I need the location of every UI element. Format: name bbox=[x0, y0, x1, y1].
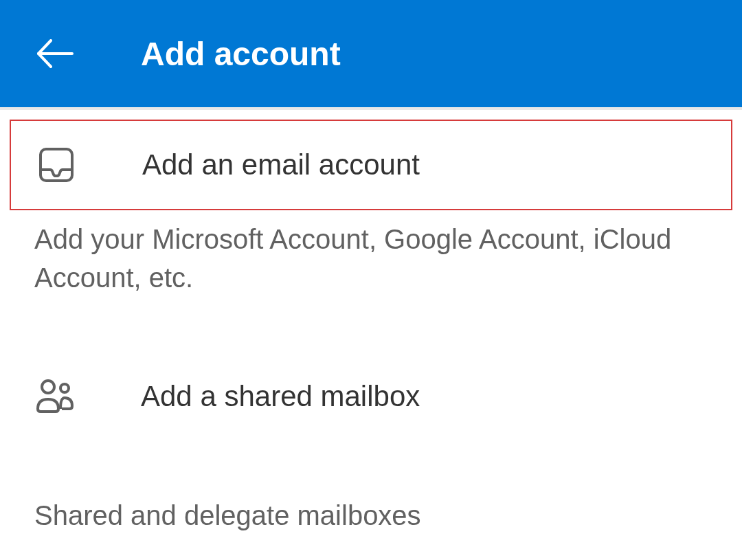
add-shared-mailbox-option[interactable]: Add a shared mailbox bbox=[0, 317, 742, 451]
svg-point-2 bbox=[42, 381, 54, 393]
header-separator bbox=[0, 107, 742, 110]
add-shared-mailbox-label: Add a shared mailbox bbox=[141, 380, 420, 413]
shared-mailbox-description: Shared and delegate mailboxes bbox=[0, 451, 742, 555]
svg-point-3 bbox=[60, 384, 69, 392]
back-button[interactable] bbox=[34, 33, 76, 74]
header: Add account bbox=[0, 0, 742, 107]
back-arrow-icon bbox=[36, 39, 74, 68]
add-email-account-option[interactable]: Add an email account bbox=[10, 120, 732, 210]
add-email-account-label: Add an email account bbox=[142, 148, 420, 181]
email-account-description: Add your Microsoft Account, Google Accou… bbox=[0, 210, 742, 317]
people-icon bbox=[34, 376, 76, 417]
page-title: Add account bbox=[141, 35, 341, 73]
inbox-icon bbox=[36, 144, 77, 186]
